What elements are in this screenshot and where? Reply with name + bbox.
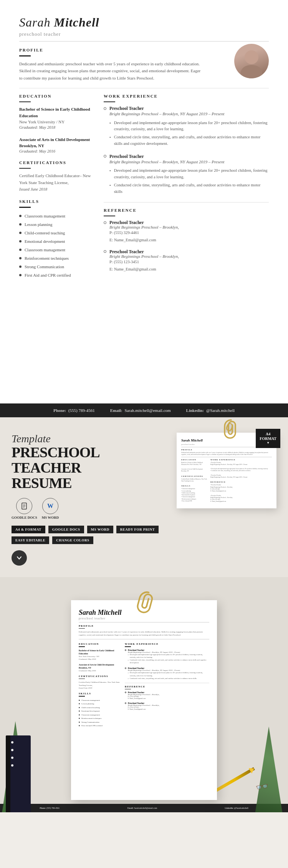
work-bullet: Developed and implemented age-appropriat… [109,168,269,181]
p3-work-1: Preschool Teacher Bright Beginnings Pres… [125,649,209,664]
work-item-1: Preschool Teacher Bright Beginnings Pres… [104,106,269,147]
skill-text: Reinforcement techniques [25,254,69,262]
ms-word-icon: W [42,498,58,514]
bullet [19,249,22,251]
p3-dot [79,703,80,704]
skill-text: Classroom management [25,212,65,220]
bullet [19,257,22,259]
ref-item-1-title: Preschool Teacher [104,220,269,225]
format-badge: A4 FORMAT ▼ [256,429,280,448]
education-underline [19,101,31,103]
skill-item: First Aid and CPR certified [19,271,96,279]
p3-footer: Phone: (555) 789-4561 Email: Sarah.mitch… [0,804,288,812]
p3-dot [79,700,80,701]
p3-dot [79,707,80,708]
p3-cert-title: CERTIFICATIONS [79,675,121,677]
skill-text: Emotional development [25,237,65,246]
doc-icon-svg [20,502,28,510]
p3-dot [79,710,80,712]
linkedin-label: Linkedin: [186,408,204,413]
p3-ref-2: Preschool Teacher Bright Beginnings Pres… [125,702,209,710]
p3-skills-title: SKILLS [79,692,121,695]
profile-underline [19,55,31,56]
p3-dot [79,725,80,726]
bullet [19,223,22,226]
p3-cert-underline [79,679,85,679]
skills-underline [19,207,31,208]
p3-ref-email-2: E: Name_Email@gmail.com [128,708,209,710]
profile-section: PROFILE Dedicated and enthusiastic presc… [19,48,269,82]
ms-word-label: MS WORD [42,516,59,519]
mini-cert-text: Certified Early Childhood Educator– New … [181,478,208,483]
linkedin-value: @Sarah.mitchell [206,408,235,413]
mini-ref-text: • Preschool TeacherBright Beginnings Pre… [210,484,272,492]
promo-section: Template PRESCHOOL TEACHER RESUME [0,417,288,577]
work-bullet: Developed and implemented age-appropriat… [109,120,269,133]
p3-phone-val: (555) 789-4561 [46,807,60,809]
p3-edu-1: Bachelor of Science in Early Childhood E… [79,649,121,661]
ref-company-1: Bright Beginnings Preschool – Brooklyn, [109,225,269,229]
p3-skills-underline [79,696,85,697]
first-name: Sarah [19,15,50,29]
skill-text: Classroom management [25,246,65,254]
mini-work-text: • Preschool TeacherBright Beginnings Pre… [210,462,272,472]
p3-work-title-text: Preschool Teacher [128,649,144,651]
footer-phone: Phone: (555) 789-4561 [53,408,95,413]
ref-circle [104,250,106,253]
email-value: Sarah.mitchell@email.com [124,408,170,413]
ref-title-text: Preschool Teacher [109,249,144,254]
promo-title-line3: RESUME [12,475,72,491]
resume-header: Sarah Mitchell preschool teacher [19,15,269,37]
p3-work-2: Preschool Teacher Bright Beginnings Pres… [125,667,209,680]
mini-right: WORK EXPERIENCE • Preschool TeacherBrigh… [210,458,272,503]
work-item-2-title: Preschool Teacher [104,154,269,159]
ref-circle [104,221,106,224]
mini-left: EDUCATION Bachelor of Science in Early C… [181,458,208,503]
skill-text: Strong Communication [25,262,64,271]
p3-edu-degree-1: Bachelor of Science in Early Childhood E… [79,649,121,656]
p3-edu-grad-2: Graduated: May 2016 [79,670,121,672]
p3-email: Email: Sarah.mitchell@email.com [127,807,157,809]
left-column: EDUCATION Bachelor of Science in Early C… [19,94,104,279]
avatar [234,44,269,78]
p3-skill: Strong Communication [79,720,121,724]
ref-underline [104,216,115,217]
right-column: WORK EXPERIENCE Preschool Teacher Bright… [104,94,269,279]
p3-edu-underline [79,646,85,647]
google-docs-label: GOODLE DOCS [12,516,37,519]
ref-email-1: E: Name_Email@gmail.com [109,237,269,244]
p3-dot [79,718,80,719]
p3-edu-title: EDUCATION [79,642,121,645]
scroll-button[interactable] [12,550,27,566]
p3-skill: Classroom management [79,713,121,717]
skill-item: Emotional development [19,237,96,246]
edu-item-1: Bachelor of Science in Early Childhood E… [19,106,96,129]
p3-bullets-1: Developed and implemented age-appropriat… [128,653,209,664]
p3-skill-text: Strong Communication [81,720,99,724]
p3-edu-degree-2: Associate of Arts in Child Development B… [79,663,121,670]
p3-title: preschool teacher [79,617,209,620]
p3-bullet: Developed and implemented age-appropriat… [128,653,209,659]
promo-icons: GOODLE DOCS W MS WORD [12,498,169,519]
google-docs-icon [16,498,32,514]
work-title-text: Preschool Teacher [109,154,144,159]
p3-skill-text: Classroom management [81,713,100,717]
bullet [19,266,22,268]
mini-ref-text-2: • Preschool TeacherBright Beginnings Pre… [210,495,272,503]
header-title: preschool teacher [19,31,99,37]
p3-col-right: WORK EXPERIENCE Preschool Teacher Bright… [125,642,209,728]
promo-right: ⁰ A4 FORMAT ▼ Sarah Mitchell preschool t… [177,433,276,508]
cert-item: Certified Early Childhood Educator– New … [19,173,96,193]
word-w: W [47,503,53,510]
skills-list: Classroom management Lesson planning Chi… [19,212,96,279]
format-badge-line1: A4 [266,432,270,436]
p3-cert-issued: Issued June 2018 [79,687,121,689]
cert-issued: Issued June 2018 [19,187,47,191]
p3-skill: Classroom management [79,699,121,702]
profile-section-title: PROFILE [19,48,204,52]
last-name: Mitchell [54,15,99,29]
footer-linkedin: Linkedin: @Sarah.mitchell [186,408,235,413]
work-bullet: Conducted circle time, storytelling, art… [109,134,269,147]
mini-work-title: WORK EXPERIENCE [210,458,272,461]
p3-linkedin: Linkedin: @Sarah.mitchell [225,807,248,809]
